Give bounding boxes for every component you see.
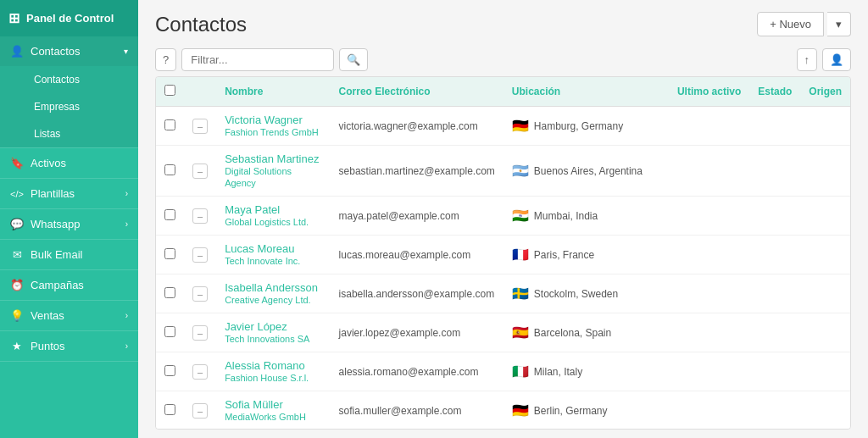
search-button[interactable]: 🔍	[339, 48, 368, 71]
contact-name[interactable]: Maya Patel	[225, 203, 321, 216]
sidebar-item-activos[interactable]: 🔖 Activos	[0, 148, 138, 178]
row-status-cell	[749, 197, 800, 236]
sub-item-empresas-label: Empresas	[34, 101, 80, 113]
contact-location: Hamburg, Germany	[534, 120, 623, 132]
contact-email: sofia.muller@example.com	[339, 405, 462, 417]
sidebar-item-contactos-label: Contactos	[31, 45, 81, 58]
row-status-cell	[749, 313, 800, 352]
sidebar-item-empresas[interactable]: Empresas	[0, 93, 138, 120]
sidebar-header-label: Panel de Control	[26, 12, 114, 25]
row-location-cell: 🇮🇹 Milan, Italy	[504, 352, 669, 391]
sidebar-item-bulk-email[interactable]: ✉ Bulk Email	[0, 240, 138, 269]
header-checkbox-col	[156, 77, 184, 107]
row-status-cell	[749, 107, 800, 146]
row-action-button[interactable]: –	[192, 164, 208, 179]
contact-name[interactable]: Lucas Moreau	[225, 242, 321, 255]
row-action-cell: –	[184, 146, 216, 197]
row-action-button[interactable]: –	[192, 325, 208, 341]
sort-button[interactable]: ↑	[797, 48, 818, 71]
sidebar-item-whatsapp[interactable]: 💬 Whatsapp ›	[0, 209, 138, 239]
row-action-button[interactable]: –	[192, 286, 208, 302]
bulk-email-icon: ✉	[10, 248, 24, 261]
sidebar-item-puntos[interactable]: ★ Puntos ›	[0, 331, 138, 361]
row-email-cell: maya.patel@example.com	[331, 197, 504, 236]
contact-company[interactable]: Fashion House S.r.l.	[225, 373, 309, 383]
contact-email: victoria.wagner@example.com	[339, 120, 478, 132]
row-checkbox[interactable]	[164, 248, 175, 259]
contact-name[interactable]: Javier López	[225, 320, 321, 333]
row-checkbox[interactable]	[164, 365, 175, 376]
contact-email: javier.lopez@example.com	[339, 327, 461, 339]
contact-company[interactable]: Fashion Trends GmbH	[225, 127, 319, 137]
row-name-cell: Victoria Wagner Fashion Trends GmbH	[216, 107, 330, 146]
sidebar-header[interactable]: ⊞ Panel de Control	[0, 0, 138, 36]
contact-name[interactable]: Victoria Wagner	[225, 114, 321, 126]
row-checkbox[interactable]	[164, 209, 175, 220]
row-action-button[interactable]: –	[192, 208, 208, 224]
activos-icon: 🔖	[10, 157, 24, 169]
sidebar-item-contactos[interactable]: 👤 Contactos ▾	[0, 36, 138, 66]
chevron-down-icon: ▾	[124, 47, 128, 56]
contact-name[interactable]: Sebastian Martinez	[225, 152, 321, 165]
row-last-active-cell	[669, 313, 749, 352]
row-origin-cell	[800, 391, 850, 430]
row-name-cell: Isabella Andersson Creative Agency Ltd.	[216, 274, 330, 313]
contact-name[interactable]: Alessia Romano	[225, 359, 321, 372]
filter-left: ? 🔍	[155, 48, 368, 71]
contact-name[interactable]: Isabella Andersson	[225, 281, 321, 294]
row-checkbox-cell	[156, 352, 184, 391]
contact-email: maya.patel@example.com	[339, 210, 459, 222]
help-button[interactable]: ?	[155, 48, 176, 71]
row-action-button[interactable]: –	[192, 403, 208, 419]
row-checkbox[interactable]	[164, 164, 175, 175]
chevron-right-icon: ›	[125, 189, 128, 198]
row-status-cell	[749, 274, 800, 313]
contact-company[interactable]: Tech Innovations SA	[225, 334, 309, 344]
row-origin-cell	[800, 107, 850, 146]
nuevo-button[interactable]: + Nuevo	[757, 12, 824, 36]
table-row: – Maya Patel Global Logistics Ltd. maya.…	[156, 197, 850, 236]
sidebar-item-campanas[interactable]: ⏰ Campañas	[0, 270, 138, 300]
columns-button[interactable]: 👤	[822, 48, 851, 71]
country-flag: 🇮🇳	[512, 208, 529, 224]
sidebar-item-contactos-sub[interactable]: Contactos	[0, 66, 138, 93]
row-location-cell: 🇩🇪 Berlin, Germany	[504, 391, 669, 430]
header-action-col	[184, 77, 216, 107]
contact-company[interactable]: Creative Agency Ltd.	[225, 295, 311, 305]
campanas-icon: ⏰	[10, 279, 24, 291]
contact-company[interactable]: Global Logistics Ltd.	[225, 217, 309, 227]
row-checkbox[interactable]	[164, 404, 175, 415]
row-name-cell: Alessia Romano Fashion House S.r.l.	[216, 352, 330, 391]
contact-company[interactable]: Digital Solutions Agency	[225, 166, 292, 188]
row-checkbox[interactable]	[164, 326, 175, 337]
puntos-icon: ★	[10, 340, 24, 352]
filter-input[interactable]	[181, 48, 334, 71]
filter-bar: ? 🔍 ↑ 👤	[138, 43, 868, 76]
row-checkbox[interactable]	[164, 287, 175, 298]
row-origin-cell	[800, 146, 850, 197]
contact-company[interactable]: MediaWorks GmbH	[225, 412, 306, 422]
sidebar-item-ventas[interactable]: 💡 Ventas ›	[0, 301, 138, 330]
row-checkbox-cell	[156, 313, 184, 352]
row-action-button[interactable]: –	[192, 247, 208, 263]
row-email-cell: sofia.muller@example.com	[331, 391, 504, 430]
select-all-checkbox[interactable]	[164, 85, 175, 96]
contactos-icon: 👤	[10, 45, 24, 58]
sidebar-item-plantillas[interactable]: </> Plantillas ›	[0, 179, 138, 208]
row-action-button[interactable]: –	[192, 364, 208, 380]
row-action-button[interactable]: –	[192, 119, 208, 134]
sub-item-listas-label: Listas	[34, 128, 60, 140]
row-name-cell: Sofia Müller MediaWorks GmbH	[216, 391, 330, 430]
contact-company[interactable]: Tech Innovate Inc.	[225, 256, 300, 266]
whatsapp-icon: 💬	[10, 218, 24, 230]
row-status-cell	[749, 236, 800, 274]
sidebar-item-campanas-label: Campañas	[31, 279, 84, 291]
sidebar-section-bulk-email: ✉ Bulk Email	[0, 240, 138, 270]
nuevo-dropdown-button[interactable]: ▾	[827, 12, 851, 36]
row-checkbox[interactable]	[164, 119, 175, 130]
top-bar: Contactos + Nuevo ▾	[138, 0, 868, 43]
sidebar-section-contactos: 👤 Contactos ▾ Contactos Empresas Listas	[0, 36, 138, 148]
row-checkbox-cell	[156, 391, 184, 430]
contact-name[interactable]: Sofia Müller	[225, 398, 321, 411]
sidebar-item-listas[interactable]: Listas	[0, 120, 138, 147]
